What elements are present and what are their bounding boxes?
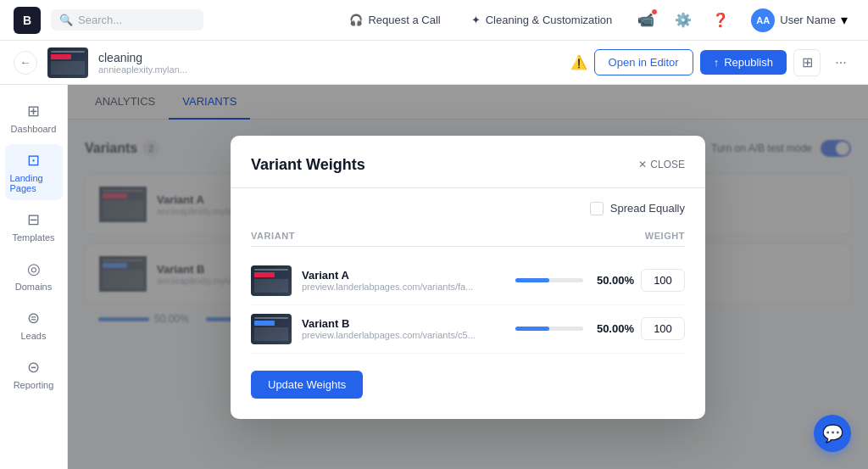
avatar-button[interactable]: AA User Name ▾ (744, 5, 854, 36)
request-call-button[interactable]: 🎧 Request a Call (339, 8, 450, 31)
modal-variant-b-percent: 50.00% (590, 322, 634, 335)
modal-variant-b-progress-fill (515, 327, 549, 331)
main-layout: ⊞ Dashboard ⊡ Landing Pages ⊟ Templates … (0, 85, 868, 469)
modal-variant-a-weight-row: 50.00% (515, 269, 685, 292)
modal-variant-b-name: Variant B (302, 317, 505, 330)
modal-variant-a-progress-fill (515, 278, 549, 282)
cleaning-customization-button[interactable]: ✦ Cleaning & Customization (461, 8, 623, 31)
modal-variant-b-url: preview.landerlabpages.com/variants/c5..… (302, 330, 505, 340)
modal-variant-a-info: Variant A preview.landerlabpages.com/var… (302, 269, 505, 292)
sidebar-item-leads[interactable]: ⊜ Leads (5, 302, 63, 348)
sidebar-item-templates[interactable]: ⊟ Templates (5, 204, 63, 249)
spread-equally-checkbox[interactable] (590, 202, 604, 215)
modal-title: Variant Weights (251, 156, 365, 174)
spread-equally-label: Spread Equally (610, 202, 685, 215)
sidebar-label-templates: Templates (12, 232, 54, 243)
sidebar-label-landing-pages: Landing Pages (10, 173, 58, 193)
modal-close-button[interactable]: ✕ CLOSE (638, 159, 685, 170)
user-name: User Name (780, 14, 836, 26)
chat-icon: 💬 (822, 423, 843, 444)
sidebar-item-dashboard[interactable]: ⊞ Dashboard (5, 95, 63, 141)
grid-icon: ⊞ (802, 54, 813, 70)
upload-icon: ↑ (714, 56, 720, 69)
notification-badge (651, 8, 658, 15)
sidebar-item-reporting[interactable]: ⊝ Reporting (5, 351, 63, 397)
modal-variant-b-progress (515, 327, 583, 331)
settings-icon-btn[interactable]: ⚙️ (670, 7, 697, 34)
app-logo[interactable]: B (14, 7, 41, 34)
modal-variant-a-input[interactable] (641, 269, 685, 292)
leads-icon: ⊜ (27, 309, 40, 327)
search-placeholder: Search... (78, 14, 122, 26)
avatar: AA (751, 8, 775, 32)
sidebar-item-landing-pages[interactable]: ⊡ Landing Pages (5, 144, 63, 200)
spread-equally-row: Spread Equally (251, 202, 685, 215)
open-in-editor-button[interactable]: Open in Editor (594, 49, 693, 75)
help-icon: ❓ (712, 12, 729, 28)
search-box[interactable]: 🔍 Search... (51, 9, 203, 31)
modal-variant-a-thumb (251, 265, 292, 296)
warning-icon: ⚠️ (570, 54, 587, 70)
sidebar-label-reporting: Reporting (14, 380, 54, 390)
page-url: annieaplexity.mylan... (98, 64, 560, 75)
headset-icon: 🎧 (349, 14, 363, 26)
sidebar-label-dashboard: Dashboard (11, 124, 57, 134)
sub-nav: ← cleaning annieaplexity.mylan... ⚠️ Ope… (0, 41, 868, 85)
modal-variant-b-input[interactable] (641, 317, 685, 340)
sidebar: ⊞ Dashboard ⊡ Landing Pages ⊟ Templates … (0, 85, 68, 469)
chat-bubble-button[interactable]: 💬 (814, 415, 851, 452)
modal-header: Variant Weights ✕ CLOSE (251, 156, 685, 174)
modal-variant-a-name: Variant A (302, 269, 505, 282)
page-thumbnail (47, 47, 88, 78)
grid-view-button[interactable]: ⊞ (793, 49, 821, 76)
chevron-down-icon: ▾ (841, 12, 848, 28)
more-options-button[interactable]: ··· (827, 49, 854, 76)
nav-actions: 🎧 Request a Call ✦ Cleaning & Customizat… (339, 5, 854, 36)
modal-variant-a-progress (515, 278, 583, 282)
top-nav: B 🔍 Search... 🎧 Request a Call ✦ Cleanin… (0, 0, 868, 41)
modal-divider (231, 187, 705, 188)
domains-icon: ◎ (27, 260, 41, 278)
col-variant-header: VARIANT (251, 231, 515, 241)
modal-variant-row-a: Variant A preview.landerlabpages.com/var… (251, 257, 685, 305)
close-icon: ✕ (638, 159, 647, 170)
reporting-icon: ⊝ (27, 358, 40, 377)
page-title-area: cleaning annieaplexity.mylan... (98, 51, 560, 75)
col-weight-header: WEIGHT (515, 231, 685, 241)
help-icon-btn[interactable]: ❓ (707, 7, 734, 34)
republish-button[interactable]: ↑ Republish (700, 50, 787, 75)
gear-icon: ⚙️ (675, 12, 692, 28)
modal-variant-b-info: Variant B preview.landerlabpages.com/var… (302, 317, 505, 340)
sidebar-label-domains: Domains (15, 282, 52, 292)
sidebar-item-domains[interactable]: ◎ Domains (5, 253, 63, 299)
update-weights-button[interactable]: Update Weights (251, 371, 363, 399)
page-title: cleaning (98, 51, 560, 64)
cleaning-icon: ✦ (471, 14, 481, 26)
modal-variant-a-url: preview.landerlabpages.com/variants/fa..… (302, 282, 505, 292)
search-icon: 🔍 (59, 14, 73, 26)
dashboard-icon: ⊞ (27, 102, 40, 120)
ellipsis-icon: ··· (835, 55, 846, 70)
templates-icon: ⊟ (27, 210, 40, 229)
sub-nav-actions: ⚠️ Open in Editor ↑ Republish ⊞ ··· (570, 49, 854, 76)
modal-overlay[interactable]: Variant Weights ✕ CLOSE Spread Equally V… (68, 85, 868, 469)
landing-pages-icon: ⊡ (27, 151, 40, 170)
modal-variant-row-b: Variant B preview.landerlabpages.com/var… (251, 305, 685, 354)
variant-weights-modal: Variant Weights ✕ CLOSE Spread Equally V… (231, 136, 705, 419)
video-icon-btn[interactable]: 📹 (632, 7, 659, 34)
back-button[interactable]: ← (14, 51, 37, 75)
content-area: ANALYTICS VARIANTS Variants 2 Weights Tu… (68, 85, 868, 469)
modal-variant-b-weight-row: 50.00% (515, 317, 685, 340)
modal-table-header: VARIANT WEIGHT (251, 226, 685, 247)
modal-variant-b-thumb (251, 314, 292, 344)
modal-variant-a-percent: 50.00% (590, 274, 634, 287)
modal-footer: Update Weights (251, 371, 685, 399)
sidebar-label-leads: Leads (21, 331, 47, 341)
